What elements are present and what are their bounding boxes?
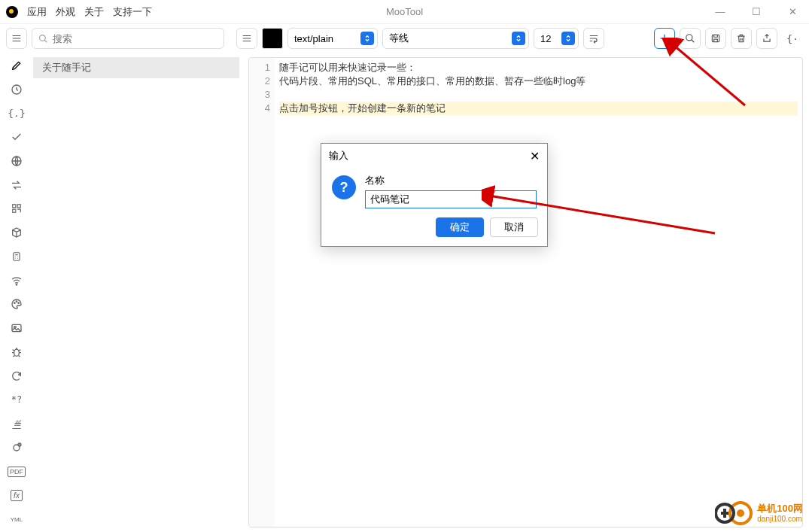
font-select[interactable]: 等线: [382, 28, 529, 49]
bug-icon[interactable]: [5, 344, 29, 360]
list-item[interactable]: 关于随手记: [33, 57, 239, 78]
watermark: 单机100网 danji100.com: [715, 500, 803, 526]
chevron-updown-icon: [561, 32, 575, 45]
search-input[interactable]: [32, 28, 224, 49]
transfer-icon[interactable]: [5, 177, 29, 193]
pencil-icon[interactable]: [5, 57, 29, 74]
code-line: 随手记可以用来快速记录一些：: [279, 61, 798, 74]
minimize-button[interactable]: —: [710, 6, 731, 17]
chevron-updown-icon: [360, 32, 374, 45]
add-note-button[interactable]: [654, 28, 675, 49]
type-select-value: text/plain: [294, 33, 333, 44]
wifi-icon[interactable]: [5, 272, 29, 289]
type-select[interactable]: text/plain: [287, 28, 378, 49]
svg-point-9: [16, 284, 17, 284]
java-icon[interactable]: ≝: [5, 415, 29, 432]
svg-point-12: [18, 302, 19, 303]
ok-button[interactable]: 确定: [436, 217, 484, 237]
app-title: MooTool: [386, 6, 423, 17]
svg-rect-6: [17, 205, 20, 208]
delete-button[interactable]: [731, 28, 752, 49]
wrap-icon: [589, 33, 599, 44]
watermark-brand: 单机100网: [757, 503, 803, 514]
svg-point-11: [16, 301, 17, 302]
save-icon: [710, 33, 721, 44]
toolbar: text/plain 等线 12 {·: [0, 24, 809, 53]
globe-icon[interactable]: [5, 153, 29, 169]
pdf-icon[interactable]: PDF: [5, 464, 29, 480]
search-field[interactable]: [53, 33, 217, 44]
svg-rect-2: [712, 35, 719, 41]
code-line: [279, 88, 798, 102]
bracket-icon: {·: [786, 33, 798, 44]
svg-point-1: [686, 35, 692, 41]
line-number: 4: [249, 102, 270, 115]
name-input[interactable]: [365, 190, 537, 208]
note-list-panel: 关于随手记: [33, 53, 239, 532]
cube-icon[interactable]: [5, 224, 29, 241]
code-line: 代码片段、常用的SQL、常用的接口、常用的数据、暂存一些临时log等: [279, 74, 798, 88]
extra-button[interactable]: {·: [782, 28, 803, 49]
maximize-button[interactable]: ☐: [746, 6, 767, 17]
refresh-icon[interactable]: [5, 368, 29, 385]
qrcode-icon[interactable]: [5, 201, 29, 217]
clock-icon[interactable]: [5, 81, 29, 98]
code-area[interactable]: 随手记可以用来快速记录一些： 代码片段、常用的SQL、常用的接口、常用的数据、暂…: [275, 58, 802, 527]
svg-point-0: [40, 35, 46, 41]
color-swatch[interactable]: [262, 28, 283, 49]
question-icon: ?: [332, 175, 356, 199]
svg-rect-5: [13, 205, 16, 208]
dialog-close-button[interactable]: ✕: [530, 149, 540, 163]
size-select-value: 12: [540, 33, 551, 44]
svg-rect-8: [14, 253, 20, 261]
image-icon[interactable]: [5, 320, 29, 336]
title-bar: 应用 外观 关于 支持一下 MooTool — ☐ ✕: [0, 0, 809, 24]
menu-toggle-button[interactable]: [6, 28, 27, 49]
menu-appearance[interactable]: 外观: [56, 5, 75, 19]
menu-about[interactable]: 关于: [84, 5, 104, 19]
svg-rect-7: [13, 210, 16, 213]
wrap-button[interactable]: [583, 28, 604, 49]
line-number: 3: [249, 88, 270, 102]
hamburger-icon: [11, 33, 22, 44]
size-select[interactable]: 12: [534, 28, 579, 49]
svg-point-21: [737, 509, 744, 517]
menu-app[interactable]: 应用: [27, 5, 47, 19]
chevron-updown-icon: [512, 32, 525, 45]
braces-icon[interactable]: {.}: [5, 105, 29, 122]
hamburger-icon: [242, 33, 252, 44]
tool-sidebar: {.} *? ≝ PDF fx YML: [0, 53, 33, 532]
cron-icon[interactable]: [5, 439, 29, 456]
export-button[interactable]: [756, 28, 777, 49]
find-button[interactable]: [680, 28, 701, 49]
search-icon: [685, 33, 695, 44]
plus-icon: [658, 32, 671, 44]
yaml-icon[interactable]: YML: [5, 511, 29, 527]
svg-point-15: [14, 349, 20, 356]
editor-menu-button[interactable]: [236, 28, 257, 49]
cancel-button[interactable]: 取消: [490, 217, 538, 237]
check-icon[interactable]: [5, 129, 29, 145]
watermark-logo-icon: [715, 500, 753, 526]
search-icon: [38, 34, 48, 44]
share-icon: [762, 33, 772, 44]
regex-icon[interactable]: *?: [5, 392, 29, 409]
fx-icon[interactable]: fx: [5, 488, 29, 504]
close-button[interactable]: ✕: [782, 6, 803, 17]
watermark-url: danji100.com: [757, 515, 803, 523]
code-editor[interactable]: 1 2 3 4 随手记可以用来快速记录一些： 代码片段、常用的SQL、常用的接口…: [248, 57, 803, 527]
dialog-title: 输入: [329, 149, 348, 163]
app-logo-icon: [6, 6, 18, 18]
svg-point-10: [14, 302, 15, 303]
line-number: 2: [249, 74, 270, 88]
field-label: 名称: [365, 174, 537, 187]
calc-icon[interactable]: [5, 248, 29, 265]
input-dialog: 输入 ✕ ? 名称 确定 取消: [321, 143, 548, 247]
line-number: 1: [249, 61, 270, 74]
font-select-value: 等线: [389, 32, 409, 45]
palette-icon[interactable]: [5, 296, 29, 313]
menu-support[interactable]: 支持一下: [113, 5, 152, 19]
trash-icon: [736, 33, 747, 44]
code-line: 点击加号按钮，开始创建一条新的笔记: [279, 102, 798, 115]
save-button[interactable]: [705, 28, 726, 49]
